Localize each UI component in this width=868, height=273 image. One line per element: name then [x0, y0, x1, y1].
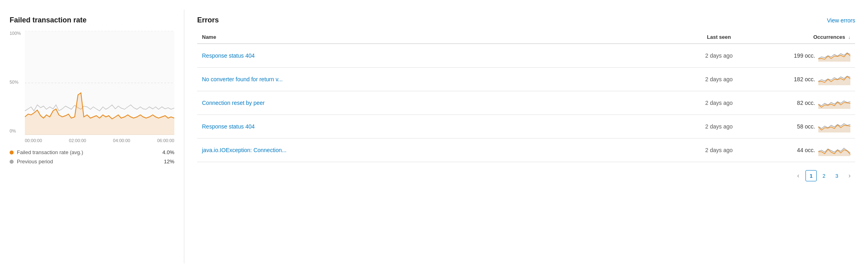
occurrences-cell: 44 occ.	[751, 139, 855, 162]
legend-dot-avg	[10, 151, 14, 155]
y-label-0: 0%	[10, 128, 21, 133]
occurrence-count: 58 occ.	[797, 123, 815, 130]
errors-table: Name Last seen Occurrences ↓ Response st…	[197, 31, 855, 162]
legend-value-avg: 4.0%	[162, 149, 174, 155]
x-label-0: 00:00:00	[25, 138, 42, 143]
last-seen-cell: 2 days ago	[687, 68, 751, 91]
table-header-row: Name Last seen Occurrences ↓	[197, 31, 855, 44]
x-label-4: 04:00:00	[113, 138, 130, 143]
col-header-last-seen: Last seen	[687, 31, 751, 44]
x-axis: 00:00:00 02:00:00 04:00:00 06:00:00	[25, 138, 174, 143]
occurrence-count: 82 occ.	[797, 100, 815, 106]
left-panel: Failed transaction rate 100% 50% 0%	[0, 10, 184, 263]
table-row: Response status 4042 days ago199 occ.	[197, 44, 855, 68]
y-axis: 100% 50% 0%	[10, 31, 21, 135]
error-name-link[interactable]: java.io.IOException: Connection...	[202, 147, 287, 153]
occurrences-cell: 58 occ.	[751, 115, 855, 139]
error-name-link[interactable]: Response status 404	[202, 123, 255, 130]
last-seen-cell: 2 days ago	[687, 115, 751, 139]
occurrences-cell: 182 occ.	[751, 68, 855, 91]
next-page-button[interactable]: ›	[844, 170, 855, 181]
error-name-link[interactable]: Response status 404	[202, 52, 255, 59]
prev-page-button[interactable]: ‹	[793, 170, 804, 181]
view-errors-link[interactable]: View errors	[827, 17, 855, 24]
legend-label-avg: Failed transaction rate (avg.)	[17, 149, 83, 155]
table-row: Response status 4042 days ago58 occ.	[197, 115, 855, 139]
col-header-occurrences: Occurrences ↓	[751, 31, 855, 44]
legend-item-avg: Failed transaction rate (avg.) 4.0%	[10, 149, 174, 155]
right-panel: Errors View errors Name Last seen Occurr…	[184, 10, 868, 263]
legend-dot-prev	[10, 160, 14, 164]
chart-title: Failed transaction rate	[10, 16, 174, 24]
last-seen-cell: 2 days ago	[687, 44, 751, 68]
chart-area: 100% 50% 0%	[10, 31, 174, 143]
legend-label-prev: Previous period	[17, 159, 53, 165]
y-label-50: 50%	[10, 80, 21, 84]
occurrence-count: 44 occ.	[797, 147, 815, 153]
page-2-button[interactable]: 2	[818, 170, 830, 181]
table-row: java.io.IOException: Connection...2 days…	[197, 139, 855, 162]
legend-item-prev: Previous period 12%	[10, 159, 174, 165]
page-1-button[interactable]: 1	[805, 170, 817, 181]
occurrences-cell: 82 occ.	[751, 91, 855, 115]
errors-header: Errors View errors	[197, 16, 855, 24]
y-label-100: 100%	[10, 31, 21, 36]
x-label-6: 06:00:00	[157, 138, 174, 143]
page-3-button[interactable]: 3	[831, 170, 842, 181]
table-row: Connection reset by peer2 days ago82 occ…	[197, 91, 855, 115]
occurrences-cell: 199 occ.	[751, 44, 855, 68]
chart-legend: Failed transaction rate (avg.) 4.0% Prev…	[10, 149, 174, 165]
errors-title: Errors	[197, 16, 219, 24]
table-row: No converter found for return v...2 days…	[197, 68, 855, 91]
col-header-name: Name	[197, 31, 687, 44]
x-label-2: 02:00:00	[69, 138, 86, 143]
legend-value-prev: 12%	[164, 159, 174, 165]
error-name-link[interactable]: Connection reset by peer	[202, 100, 264, 106]
last-seen-cell: 2 days ago	[687, 139, 751, 162]
occurrence-count: 199 occ.	[794, 52, 815, 59]
error-name-link[interactable]: No converter found for return v...	[202, 76, 283, 82]
sort-icon: ↓	[848, 35, 851, 40]
occurrence-count: 182 occ.	[794, 76, 815, 82]
pagination: ‹ 1 2 3 ›	[197, 170, 855, 181]
chart-svg	[25, 31, 174, 135]
last-seen-cell: 2 days ago	[687, 91, 751, 115]
